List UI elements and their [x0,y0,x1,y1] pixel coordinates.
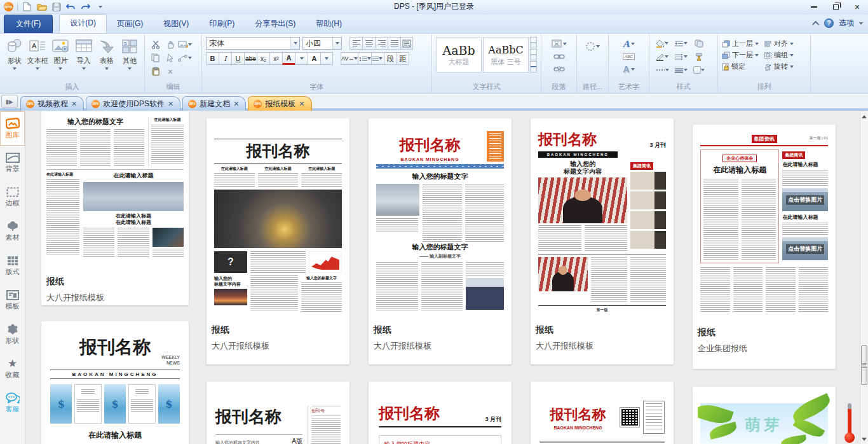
restore-button[interactable] [825,1,846,13]
sidebar-item-layout[interactable]: 版式 [0,249,25,283]
superscript-button[interactable]: x² [269,52,282,65]
thermometer-widget[interactable] [844,403,855,443]
wordart-edit-icon[interactable]: ABC [621,51,637,62]
font-color-dropdown[interactable] [295,52,308,65]
template-card[interactable]: 报刊名称 输入你的标题文字内容 A版 □ 标题文字 创刊号 [207,382,349,444]
tab-print[interactable]: 印刷(P) [199,15,245,33]
text-style-heading[interactable]: AaBb 大标题 [436,37,482,73]
template-card[interactable]: 集团资讯 第一期 | 01 企业心得体会 在此请输入标题 集团简讯 在此请输入标… [693,125,836,369]
paste-icon[interactable] [149,65,163,78]
insert-import-button[interactable]: 表格 [96,37,118,71]
align-right-icon[interactable] [375,37,388,50]
path-tool-icon[interactable] [585,41,601,52]
scroll-down-icon[interactable] [860,435,868,443]
tab-share-export[interactable]: 分享导出(S) [245,15,306,33]
replace-image-icon[interactable] [178,38,192,51]
justify-icon[interactable] [388,37,400,50]
shape-effects-icon[interactable] [690,64,708,76]
highlight-button[interactable]: A [308,52,320,65]
insert-textbox-button[interactable]: A 文本框 [27,37,48,71]
bring-forward-button[interactable]: 上一层 [722,39,759,48]
tab-page[interactable]: 页面(G) [107,15,153,33]
doc-tab-video-tutorial[interactable]: DPS 视频教程 ✕ [20,96,84,111]
italic-button[interactable]: I [219,52,231,65]
cut-icon[interactable] [149,38,163,51]
delete-icon[interactable]: × [163,65,177,78]
style-scroll-down-icon[interactable] [530,49,537,60]
template-card[interactable]: 萌芽 总第 001 期主编: [693,387,836,444]
insert-table-button[interactable]: 导入 [73,37,95,71]
paragraph-settings-button[interactable]: 段 [384,52,397,65]
insert-picture-button[interactable]: 图片 [50,37,71,71]
line-spacing-button[interactable]: ↕ [358,52,371,65]
distribute-icon[interactable] [400,37,413,50]
char-spacing-button[interactable]: AV↔ [341,52,358,65]
align-center-icon[interactable] [362,37,375,50]
style-gallery-more-icon[interactable] [530,61,537,73]
sidebar-item-gallery[interactable]: 图库 [0,111,25,146]
underline-button[interactable]: U [231,52,244,65]
help-icon[interactable]: ? [824,18,834,28]
font-size-combo[interactable]: 小四 [302,37,342,50]
undo-icon[interactable] [65,2,76,12]
template-card[interactable]: 报刊名称 在此请输入标题 在此请输入标题 在此请输入标题 ? 输入您的标题文字内… [207,118,349,364]
redo-icon[interactable] [80,2,91,12]
text-style-body[interactable]: AaBbC 黑体 三号 [483,37,529,73]
align-button[interactable]: 对齐 [764,39,801,48]
template-card[interactable]: 输入您的标题文字 在此请输入标题 在此请输入标题 在此请输入标题 [41,111,189,305]
tab-help[interactable]: 帮助(H) [306,15,352,33]
tab-scroll-button[interactable]: ▮▶ [1,95,18,108]
sidebar-item-material[interactable]: 素材 [0,214,25,249]
minimize-button[interactable] [803,1,825,13]
close-tab-icon[interactable]: ✕ [233,100,239,108]
send-backward-button[interactable]: 下一层 [722,50,759,60]
close-button[interactable]: × [846,1,868,13]
open-folder-icon[interactable] [36,2,47,12]
rotate-button[interactable]: 旋转 [764,62,801,71]
group-button[interactable]: 编组 [764,50,801,60]
font-color-button[interactable]: A [282,52,295,65]
spacing-settings-button[interactable]: 距 [397,52,409,65]
collapse-ribbon-icon[interactable] [812,20,819,27]
outline-color-icon[interactable] [653,50,671,63]
doc-tab-newspaper-templates[interactable]: DPS 报纸模板 ✕ [248,96,311,111]
bold-button[interactable]: B [206,52,219,65]
template-card[interactable]: 报刊名称 WEEKLYNEWS BAOKAN MINGCHENG $ $ $ 在… [41,321,189,444]
close-tab-icon[interactable]: ✕ [71,100,77,108]
line-indent-icon[interactable] [672,37,689,50]
sidebar-item-background[interactable]: 背景 [0,146,25,180]
close-tab-icon[interactable]: ✕ [299,100,304,108]
insert-other-button[interactable]: 5 其他 [119,37,140,71]
insert-shapes-button[interactable]: 形状 [4,37,25,71]
customize-toolbar-icon[interactable] [95,2,105,12]
strikethrough-button[interactable]: abe [244,52,257,65]
options-dropdown-icon[interactable] [859,22,863,25]
tab-file[interactable]: 文件(F) [4,15,53,33]
line-style-icon[interactable] [653,64,671,76]
template-card[interactable]: 报刊名称 3 月刊 输入您的标题内容输入您的标题内容 [369,382,512,444]
arrow-style-icon[interactable] [672,50,689,63]
copy-style-icon[interactable] [690,37,708,50]
scrollbar-thumb[interactable] [861,345,867,385]
tab-view[interactable]: 视图(V) [153,15,199,33]
style-scroll-up-icon[interactable] [530,37,537,48]
hyperlink-icon[interactable] [551,51,567,62]
remove-link-icon[interactable] [551,64,567,74]
wordart-shadow-icon[interactable]: A [621,64,637,74]
template-card[interactable]: 报刊名称 3 月刊 BAOKAN MINGCHENG 输入您的标题文字内容 集团… [531,118,674,364]
sidebar-item-favorite[interactable]: ★ 收藏 [0,352,25,386]
pan-hand-icon[interactable] [163,38,177,51]
save-icon[interactable] [51,2,62,12]
template-card[interactable]: 报刊名称 BAOKAN MINGCHENG 输入您的标题文字 输入您的标题文字 [369,118,512,364]
copy-icon[interactable] [149,52,163,64]
vertical-scrollbar[interactable] [860,111,868,444]
sidebar-item-customer-service[interactable]: 客服 [0,386,25,420]
subscript-button[interactable]: x₂ [257,52,269,65]
scroll-up-icon[interactable] [860,113,868,120]
sidebar-item-template[interactable]: 模板 [0,283,25,317]
font-family-combo[interactable]: 宋体 [206,37,300,50]
lock-button[interactable]: 锁定 [722,62,759,71]
select-cursor-icon[interactable] [163,52,177,64]
format-painter-icon[interactable] [690,50,708,63]
sidebar-item-shape[interactable]: 形状 [0,317,25,352]
